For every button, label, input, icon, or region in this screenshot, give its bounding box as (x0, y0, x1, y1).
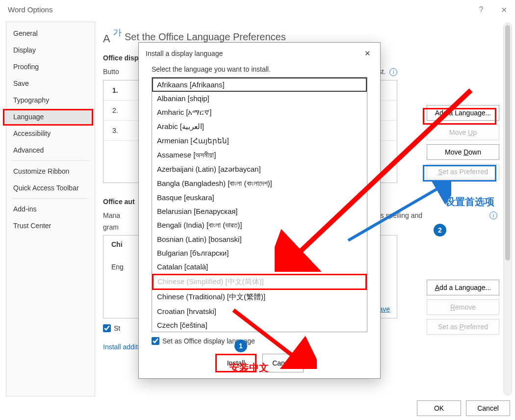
language-option[interactable]: Czech [čeština] (152, 318, 367, 332)
dialog-close-button[interactable]: ✕ (361, 48, 373, 59)
language-option[interactable]: Bulgarian [български] (152, 246, 367, 260)
sidebar-item-quick-access-toolbar[interactable]: Quick Access Toolbar (6, 180, 95, 196)
page-heading: Set the Office Language Preferences (125, 31, 286, 43)
let-me-know-checkbox[interactable] (103, 324, 111, 332)
ok-button[interactable]: OK (417, 400, 461, 416)
language-option[interactable]: Assamese [অসমীয়া] (152, 148, 367, 162)
let-me-know-label: St (114, 324, 120, 332)
language-option[interactable]: Bangla (Bangladesh) [বাংলা (বাংলাদেশ)] (152, 177, 367, 191)
language-option[interactable]: Belarusian [Беларуская] (152, 205, 367, 218)
annotation-add-language-highlight (423, 108, 496, 125)
language-option[interactable]: Amharic [አማርኛ] (152, 105, 367, 120)
annotation-number-2: 2 (434, 224, 446, 236)
sidebar-item-advanced[interactable]: Advanced (6, 142, 95, 158)
language-option[interactable]: Bosnian (Latin) [bosanski] (152, 233, 367, 246)
install-button[interactable]: Install (215, 354, 257, 372)
language-option[interactable]: Croatian [hrvatski] (152, 305, 367, 318)
sidebar: General Display Proofing Save Typography… (6, 22, 95, 396)
window-title: Word Options (8, 5, 52, 14)
add-authoring-language-button[interactable]: Add a Language... (427, 280, 499, 295)
dialog-instruction: Select the language you want to install. (152, 65, 367, 73)
sidebar-item-accessibility[interactable]: Accessibility (6, 125, 95, 142)
language-option[interactable]: Albanian [shqip] (152, 92, 367, 105)
content-scrollbar[interactable] (503, 23, 512, 395)
move-up-button[interactable]: Move Up (427, 125, 499, 140)
set-as-display-checkbox[interactable] (152, 337, 159, 345)
install-language-dialog: Install a display language ✕ Select the … (138, 42, 381, 379)
sidebar-item-trust-center[interactable]: Trust Center (6, 217, 95, 234)
cancel-button[interactable]: Cancel (466, 400, 510, 416)
sidebar-item-customize-ribbon[interactable]: Customize Ribbon (6, 163, 95, 180)
annotation-number-1: 1 (234, 340, 247, 352)
language-option[interactable]: Basque [euskara] (152, 191, 367, 205)
word-options-window: Word Options ? ✕ General Display Proofin… (0, 0, 515, 420)
sidebar-item-save[interactable]: Save (6, 75, 95, 92)
close-button[interactable]: ✕ (492, 0, 515, 20)
language-option[interactable]: Catalan [català] (152, 260, 367, 274)
info-icon[interactable]: i (489, 211, 497, 219)
annotation-sidebar-language-highlight (3, 109, 93, 126)
language-heading-icon: A가 (103, 28, 120, 45)
info-icon[interactable]: i (389, 68, 397, 76)
remove-authoring-language-button[interactable]: Remove (427, 299, 499, 315)
sidebar-item-display[interactable]: Display (6, 42, 95, 58)
language-option[interactable]: Armenian [Հայերեն] (152, 134, 367, 148)
annotation-set-preferred-highlight (423, 165, 496, 182)
language-listbox[interactable]: Afrikaans [Afrikaans]Albanian [shqip]Amh… (152, 77, 367, 332)
titlebar: Word Options ? ✕ (0, 0, 515, 20)
dialog-title: Install a display language (146, 50, 223, 57)
language-option[interactable]: Chinese (Simplified) [中文(简体)] (152, 274, 367, 290)
sidebar-divider (11, 160, 90, 161)
help-button[interactable]: ? (470, 0, 492, 20)
language-option[interactable]: Arabic [العربية] (152, 120, 367, 134)
sidebar-item-general[interactable]: General (6, 25, 95, 42)
move-down-button[interactable]: Move Down (427, 144, 499, 160)
dialog-cancel-button[interactable]: Cancel (262, 354, 304, 372)
language-option[interactable]: Bengali (India) [বাংলা (ভারত)] (152, 218, 367, 233)
language-option[interactable]: Azerbaijani (Latin) [azərbaycan] (152, 162, 367, 177)
sidebar-item-add-ins[interactable]: Add-ins (6, 201, 95, 217)
sidebar-divider (11, 198, 90, 199)
scrollbar-thumb[interactable] (505, 25, 510, 261)
language-option[interactable]: Afrikaans [Afrikaans] (152, 78, 367, 92)
set-authoring-preferred-button[interactable]: Set as Preferred (427, 319, 499, 335)
sidebar-item-proofing[interactable]: Proofing (6, 58, 95, 75)
language-option[interactable]: Chinese (Traditional) [中文(繁體)] (152, 290, 367, 305)
sidebar-item-typography[interactable]: Typography (6, 92, 95, 108)
